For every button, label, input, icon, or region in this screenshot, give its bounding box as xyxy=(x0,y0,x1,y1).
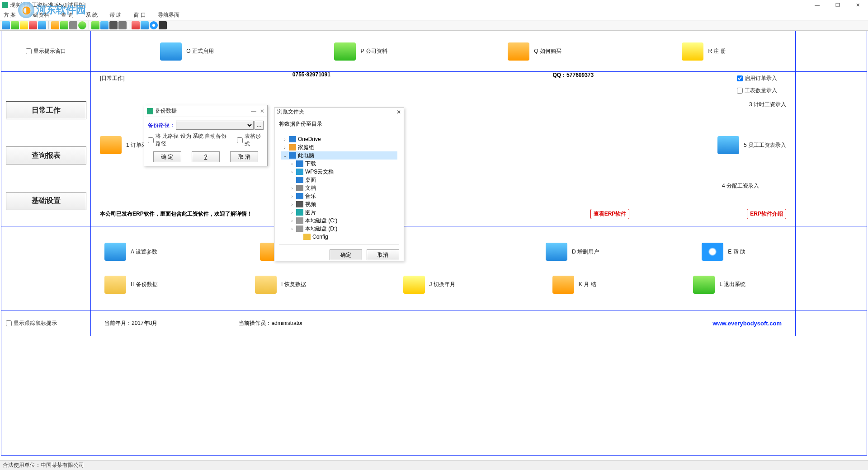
opt-enable-order[interactable]: 启用订单录入 xyxy=(737,75,777,82)
browse-buttons: 确定 取消 xyxy=(279,244,399,265)
backup-format-input[interactable] xyxy=(237,137,243,143)
tree-item[interactable]: ›下载 xyxy=(281,160,397,168)
btn-backup[interactable]: H 备份数据 xyxy=(104,276,158,294)
backup-close-button[interactable]: ✕ xyxy=(260,108,264,114)
btn-time-wage[interactable]: 3 计时工资录入 xyxy=(749,101,786,108)
menu-nav[interactable]: 导航界面 xyxy=(158,11,179,19)
tree-expand-icon[interactable]: › xyxy=(290,202,294,207)
backup-path-select[interactable] xyxy=(176,121,254,130)
backup-auto-input[interactable] xyxy=(148,137,154,143)
btn-emp-wage[interactable]: 5 员工工资表录入 xyxy=(717,136,786,154)
minimize-button[interactable]: — xyxy=(807,0,827,10)
opt-sheet-qty[interactable]: 工表数量录入 xyxy=(737,87,777,94)
toolbar-icon-16[interactable] xyxy=(159,21,167,29)
show-mouse-hint-input[interactable] xyxy=(6,320,12,326)
btn-company[interactable]: P 公司资料 xyxy=(334,42,387,61)
toolbar-icon-9[interactable] xyxy=(78,21,86,29)
opt-enable-order-input[interactable] xyxy=(737,75,743,81)
browse-ok-button[interactable]: 确定 xyxy=(330,249,362,260)
switch-month-icon xyxy=(403,276,425,294)
nav-daily-work[interactable]: 日常工作 xyxy=(6,101,86,119)
erp-link-intro[interactable]: ERP软件介绍 xyxy=(747,209,786,219)
tree-item[interactable]: ›视频 xyxy=(281,200,397,208)
close-button[interactable]: ✕ xyxy=(848,0,868,10)
btn-assign-wage[interactable]: 4 分配工资录入 xyxy=(722,182,759,190)
toolbar-icon-14[interactable] xyxy=(132,21,140,29)
btn-activate[interactable]: O 正式启用 xyxy=(160,42,214,61)
btn-users[interactable]: D 增删用户 xyxy=(546,243,599,261)
tree-item[interactable]: ›本地磁盘 (D:) xyxy=(281,225,397,233)
toolbar-icon-8[interactable] xyxy=(69,21,77,29)
toolbar-icon-6[interactable] xyxy=(51,21,59,29)
toolbar-icon-15[interactable] xyxy=(141,21,149,29)
folder-tree[interactable]: ›OneDrive›家庭组⌄此电脑›下载›WPS云文档桌面›文档›音乐›视频›图… xyxy=(279,133,399,243)
toolbar-icon-7[interactable] xyxy=(60,21,68,29)
tree-expand-icon[interactable]: › xyxy=(290,210,294,215)
btn-help-label: E 帮 助 xyxy=(728,248,745,256)
btn-help[interactable]: E 帮 助 xyxy=(702,243,745,261)
btn-exit[interactable]: L 退出系统 xyxy=(693,276,745,294)
tree-expand-icon[interactable]: › xyxy=(290,161,294,166)
browse-dialog-title[interactable]: 浏览文件夹 ✕ xyxy=(274,108,404,116)
website-link[interactable]: www.everybodysoft.com xyxy=(712,320,782,327)
tree-expand-icon[interactable]: › xyxy=(290,186,294,191)
menu-help[interactable]: 帮 助 xyxy=(109,11,122,19)
toolbar-icon-5[interactable] xyxy=(38,21,46,29)
btn-month-close[interactable]: K 月 结 xyxy=(552,276,596,294)
backup-help-button[interactable]: ? xyxy=(192,151,220,162)
tree-item[interactable]: ›本地磁盘 (C:) xyxy=(281,216,397,225)
backup-browse-button[interactable]: … xyxy=(255,121,264,130)
show-mouse-hint[interactable]: 显示跟踪鼠标提示 xyxy=(6,320,57,327)
toolbar-icon-2[interactable] xyxy=(11,21,19,29)
tree-expand-icon[interactable]: › xyxy=(290,218,294,223)
tree-item[interactable]: ›家庭组 xyxy=(281,143,397,151)
toolbar xyxy=(0,20,868,31)
maximize-button[interactable]: ❐ xyxy=(827,0,848,10)
menu-plan[interactable]: 方 案 xyxy=(4,11,16,19)
backup-dialog-title[interactable]: 备份数据 — ✕ xyxy=(144,105,267,117)
toolbar-help-icon[interactable] xyxy=(150,21,158,29)
nav-basic-settings[interactable]: 基础设置 xyxy=(6,192,86,210)
browse-close-button[interactable]: ✕ xyxy=(396,109,401,115)
toolbar-icon-3[interactable] xyxy=(20,21,28,29)
toolbar-icon-4[interactable] xyxy=(29,21,37,29)
tree-item[interactable]: ›OneDrive xyxy=(281,135,397,143)
backup-format-checkbox[interactable]: 表格形式 xyxy=(237,132,264,148)
toolbar-icon-10[interactable] xyxy=(91,21,99,29)
nav-query-report[interactable]: 查询报表 xyxy=(6,146,86,164)
toolbar-icon-13[interactable] xyxy=(118,21,127,29)
tree-item[interactable]: ›文档 xyxy=(281,184,397,192)
btn-switch-month[interactable]: J 切换年月 xyxy=(403,276,455,294)
tree-expand-icon[interactable]: › xyxy=(283,137,287,142)
btn-howtobuy[interactable]: Q 如何购买 xyxy=(508,42,561,61)
btn-params[interactable]: A 设置参数 xyxy=(104,243,157,261)
backup-auto-checkbox[interactable]: 将 此路径 设为 系统 自动备份路径 xyxy=(148,132,230,148)
tree-item[interactable]: ›图片 xyxy=(281,208,397,216)
show-hint-checkbox[interactable]: 显示提示窗口 xyxy=(26,47,66,55)
tree-item[interactable]: ⌄此电脑 xyxy=(281,151,397,160)
browse-cancel-button[interactable]: 取消 xyxy=(367,249,399,260)
tree-item-label: 文档 xyxy=(305,184,316,192)
toolbar-icon-12[interactable] xyxy=(109,21,118,29)
backup-min-button[interactable]: — xyxy=(251,108,256,114)
tree-item[interactable]: ›音乐 xyxy=(281,192,397,200)
backup-ok-button[interactable]: 确 定 xyxy=(153,151,181,162)
tree-item[interactable]: 桌面 xyxy=(281,176,397,184)
menu-system[interactable]: 系 统 xyxy=(85,11,98,19)
btn-register[interactable]: R 注 册 xyxy=(682,42,726,61)
toolbar-icon-1[interactable] xyxy=(2,21,10,29)
tree-expand-icon[interactable]: › xyxy=(290,169,294,174)
btn-restore[interactable]: I 恢复数据 xyxy=(255,276,306,294)
opt-sheet-qty-input[interactable] xyxy=(737,88,743,94)
toolbar-icon-11[interactable] xyxy=(100,21,108,29)
erp-link-view[interactable]: 查看ERP软件 xyxy=(590,209,630,219)
tree-item[interactable]: Config xyxy=(281,233,397,241)
tree-expand-icon[interactable]: › xyxy=(290,194,294,199)
menu-window[interactable]: 窗 口 xyxy=(133,11,146,19)
tree-item[interactable]: ›WPS云文档 xyxy=(281,168,397,176)
tree-expand-icon[interactable]: › xyxy=(283,145,287,150)
backup-cancel-button[interactable]: 取 消 xyxy=(230,151,258,162)
tree-expand-icon[interactable]: › xyxy=(290,226,294,231)
tree-expand-icon[interactable]: ⌄ xyxy=(283,153,287,158)
show-hint-input[interactable] xyxy=(26,48,32,54)
